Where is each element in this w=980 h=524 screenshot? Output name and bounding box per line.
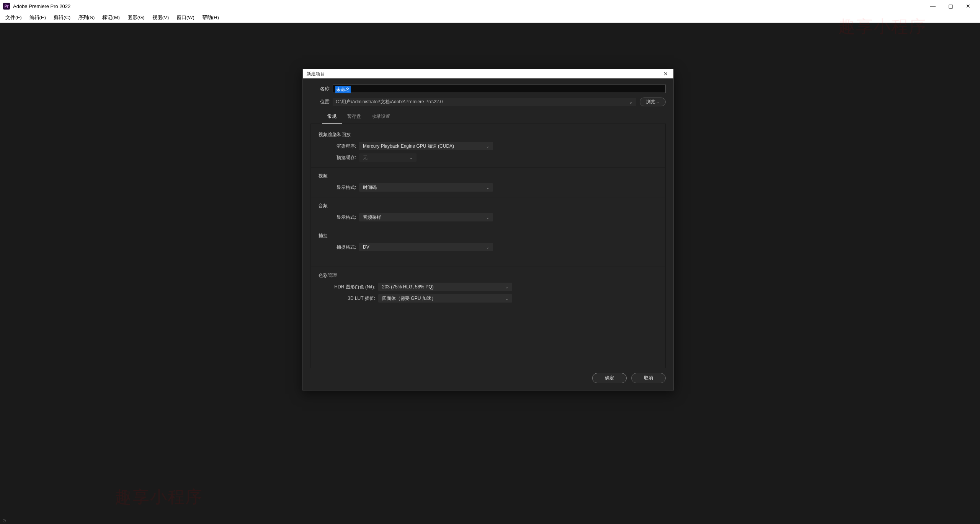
dialog-title: 新建项目 [307, 71, 662, 77]
hdr-white-dropdown[interactable]: 203 (75% HLG, 58% PQ)⌄ [378, 283, 512, 291]
divider [311, 227, 665, 227]
new-project-dialog: 新建项目 ✕ 名称: 未命名 位置: C:\用户\Administrator\文… [302, 69, 674, 391]
audio-format-label: 显示格式: [318, 214, 359, 221]
app-title: Adobe Premiere Pro 2022 [13, 3, 924, 9]
ok-button[interactable]: 确定 [592, 373, 627, 383]
tab-general[interactable]: 常规 [322, 111, 342, 124]
divider [311, 167, 665, 168]
menu-view[interactable]: 视图(V) [149, 13, 173, 23]
capture-format-dropdown[interactable]: DV⌄ [359, 243, 493, 251]
location-value: C:\用户\Administrator\文档\Adobe\Premiere Pr… [336, 99, 443, 105]
chevron-down-icon: ⌄ [486, 245, 489, 249]
statusbar: ⊙ [0, 517, 980, 524]
tab-scratch-disks[interactable]: 暂存盘 [342, 111, 366, 124]
status-icon: ⊙ [2, 518, 6, 523]
section-color-title: 色彩管理 [318, 272, 658, 279]
dialog-tabs: 常规 暂存盘 收录设置 [322, 111, 666, 124]
menu-sequence[interactable]: 序列(S) [74, 13, 98, 23]
preview-cache-label: 预览缓存: [318, 155, 359, 161]
dialog-header: 新建项目 ✕ [303, 69, 673, 78]
project-name-input[interactable]: 未命名 [333, 85, 666, 93]
section-audio-title: 音频 [318, 203, 658, 209]
renderer-label: 渲染程序: [318, 143, 359, 150]
preview-cache-dropdown: 无⌄ [359, 153, 416, 162]
audio-format-dropdown[interactable]: 音频采样⌄ [359, 213, 493, 221]
menu-help[interactable]: 帮助(H) [198, 13, 223, 23]
name-label: 名称: [310, 86, 333, 92]
menu-clip[interactable]: 剪辑(C) [50, 13, 74, 23]
capture-format-label: 捕捉格式: [318, 244, 359, 251]
tab-ingest[interactable]: 收录设置 [366, 111, 395, 124]
maximize-button[interactable]: ▢ [942, 0, 959, 12]
menu-graphics[interactable]: 图形(G) [124, 13, 149, 23]
section-video-title: 视频 [318, 173, 658, 179]
menu-edit[interactable]: 编辑(E) [26, 13, 50, 23]
general-panel: 视频渲染和回放 渲染程序: Mercury Playback Engine GP… [310, 124, 666, 368]
section-capture-title: 捕捉 [318, 233, 658, 239]
titlebar: Pr Adobe Premiere Pro 2022 — ▢ ✕ [0, 0, 980, 12]
dialog-close-button[interactable]: ✕ [662, 70, 670, 78]
lut-interp-label: 3D LUT 插值: [318, 295, 378, 302]
video-format-label: 显示格式: [318, 184, 359, 191]
hdr-white-label: HDR 图形白色 (Nit): [318, 284, 378, 290]
menu-window[interactable]: 窗口(W) [173, 13, 198, 23]
chevron-down-icon: ⌄ [486, 215, 489, 220]
video-format-dropdown[interactable]: 时间码⌄ [359, 183, 493, 192]
close-button[interactable]: ✕ [959, 0, 977, 12]
chevron-down-icon: ⌄ [505, 296, 508, 301]
chevron-down-icon: ⌄ [486, 186, 489, 190]
section-render-title: 视频渲染和回放 [318, 132, 658, 138]
browse-button[interactable]: 浏览... [640, 98, 666, 106]
menu-marker[interactable]: 标记(M) [98, 13, 124, 23]
menubar: 文件(F) 编辑(E) 剪辑(C) 序列(S) 标记(M) 图形(G) 视图(V… [0, 12, 980, 23]
renderer-dropdown[interactable]: Mercury Playback Engine GPU 加速 (CUDA)⌄ [359, 142, 493, 150]
minimize-button[interactable]: — [924, 0, 942, 12]
menu-file[interactable]: 文件(F) [2, 13, 26, 23]
dialog-body: 名称: 未命名 位置: C:\用户\Administrator\文档\Adobe… [303, 78, 673, 373]
divider [311, 267, 665, 267]
chevron-down-icon: ⌄ [505, 285, 508, 289]
divider [311, 197, 665, 197]
chevron-down-icon: ⌄ [629, 99, 633, 105]
chevron-down-icon: ⌄ [486, 144, 489, 148]
window-controls: — ▢ ✕ [924, 0, 977, 12]
app-icon: Pr [3, 3, 10, 10]
lut-interp-dropdown[interactable]: 四面体（需要 GPU 加速）⌄ [378, 294, 512, 303]
location-label: 位置: [310, 99, 333, 105]
dialog-footer: 确定 取消 [303, 373, 673, 390]
chevron-down-icon: ⌄ [410, 156, 413, 160]
cancel-button[interactable]: 取消 [631, 373, 666, 383]
location-select[interactable]: C:\用户\Administrator\文档\Adobe\Premiere Pr… [333, 98, 636, 106]
